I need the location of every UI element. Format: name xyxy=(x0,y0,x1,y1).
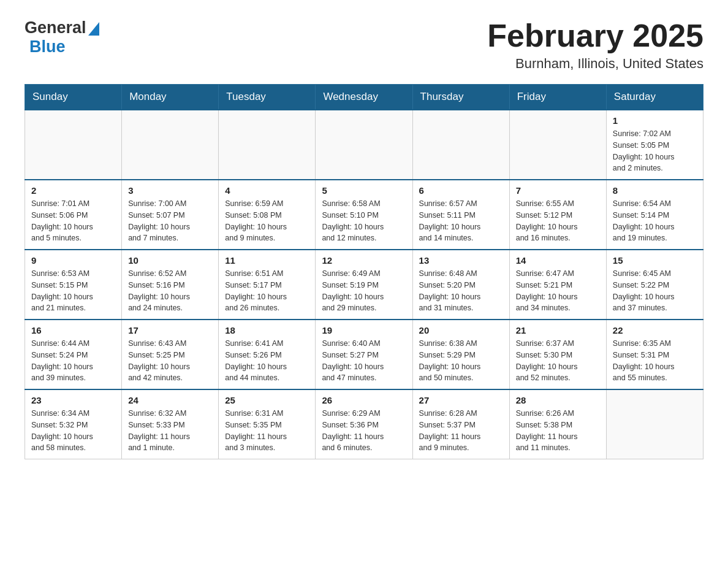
calendar-table: Sunday Monday Tuesday Wednesday Thursday… xyxy=(25,84,703,459)
calendar-cell: 27Sunrise: 6:28 AM Sunset: 5:37 PM Dayli… xyxy=(412,389,509,459)
calendar-cell: 6Sunrise: 6:57 AM Sunset: 5:11 PM Daylig… xyxy=(412,180,509,250)
logo-triangle-icon xyxy=(88,22,99,36)
calendar-cell: 11Sunrise: 6:51 AM Sunset: 5:17 PM Dayli… xyxy=(219,250,316,320)
location-subtitle: Burnham, Illinois, United States xyxy=(487,56,703,72)
calendar-cell: 12Sunrise: 6:49 AM Sunset: 5:19 PM Dayli… xyxy=(316,250,412,320)
calendar-cell: 7Sunrise: 6:55 AM Sunset: 5:12 PM Daylig… xyxy=(509,180,606,250)
day-info: Sunrise: 6:37 AM Sunset: 5:30 PM Dayligh… xyxy=(516,338,600,384)
day-number: 6 xyxy=(419,185,503,196)
calendar-cell: 10Sunrise: 6:52 AM Sunset: 5:16 PM Dayli… xyxy=(122,250,219,320)
calendar-cell: 2Sunrise: 7:01 AM Sunset: 5:06 PM Daylig… xyxy=(25,180,122,250)
day-info: Sunrise: 7:00 AM Sunset: 5:07 PM Dayligh… xyxy=(128,198,212,244)
calendar-cell xyxy=(606,389,703,459)
day-number: 4 xyxy=(225,185,309,196)
day-number: 21 xyxy=(516,325,600,335)
day-info: Sunrise: 6:49 AM Sunset: 5:19 PM Dayligh… xyxy=(322,268,406,314)
calendar-week-row: 9Sunrise: 6:53 AM Sunset: 5:15 PM Daylig… xyxy=(25,250,703,320)
calendar-cell xyxy=(25,110,122,180)
calendar-cell xyxy=(122,110,219,180)
calendar-cell: 4Sunrise: 6:59 AM Sunset: 5:08 PM Daylig… xyxy=(219,180,316,250)
day-number: 27 xyxy=(419,395,503,405)
header-friday: Friday xyxy=(509,85,606,110)
day-number: 8 xyxy=(613,185,697,196)
calendar-cell: 5Sunrise: 6:58 AM Sunset: 5:10 PM Daylig… xyxy=(316,180,412,250)
calendar-cell: 14Sunrise: 6:47 AM Sunset: 5:21 PM Dayli… xyxy=(509,250,606,320)
calendar-cell: 26Sunrise: 6:29 AM Sunset: 5:36 PM Dayli… xyxy=(316,389,412,459)
day-info: Sunrise: 6:35 AM Sunset: 5:31 PM Dayligh… xyxy=(613,338,697,384)
calendar-week-row: 1Sunrise: 7:02 AM Sunset: 5:05 PM Daylig… xyxy=(25,110,703,180)
calendar-cell: 28Sunrise: 6:26 AM Sunset: 5:38 PM Dayli… xyxy=(509,389,606,459)
calendar-cell xyxy=(412,110,509,180)
day-info: Sunrise: 6:59 AM Sunset: 5:08 PM Dayligh… xyxy=(225,198,309,244)
day-info: Sunrise: 7:01 AM Sunset: 5:06 PM Dayligh… xyxy=(31,198,115,244)
calendar-cell: 20Sunrise: 6:38 AM Sunset: 5:29 PM Dayli… xyxy=(412,320,509,389)
day-info: Sunrise: 6:48 AM Sunset: 5:20 PM Dayligh… xyxy=(419,268,503,314)
day-info: Sunrise: 6:44 AM Sunset: 5:24 PM Dayligh… xyxy=(31,338,115,384)
day-info: Sunrise: 6:28 AM Sunset: 5:37 PM Dayligh… xyxy=(419,408,503,454)
calendar-cell: 17Sunrise: 6:43 AM Sunset: 5:25 PM Dayli… xyxy=(122,320,219,389)
calendar-cell xyxy=(219,110,316,180)
day-number: 26 xyxy=(322,395,406,405)
header-monday: Monday xyxy=(122,85,219,110)
logo: General Blue xyxy=(25,18,99,56)
calendar-cell: 24Sunrise: 6:32 AM Sunset: 5:33 PM Dayli… xyxy=(122,389,219,459)
day-number: 11 xyxy=(225,255,309,266)
day-number: 18 xyxy=(225,325,309,335)
day-number: 13 xyxy=(419,255,503,266)
day-number: 28 xyxy=(516,395,600,405)
calendar-cell: 18Sunrise: 6:41 AM Sunset: 5:26 PM Dayli… xyxy=(219,320,316,389)
day-number: 20 xyxy=(419,325,503,335)
day-info: Sunrise: 6:54 AM Sunset: 5:14 PM Dayligh… xyxy=(613,198,697,244)
calendar-cell: 19Sunrise: 6:40 AM Sunset: 5:27 PM Dayli… xyxy=(316,320,412,389)
calendar-cell xyxy=(509,110,606,180)
day-number: 22 xyxy=(613,325,697,335)
month-year-title: February 2025 xyxy=(487,18,703,53)
day-info: Sunrise: 6:55 AM Sunset: 5:12 PM Dayligh… xyxy=(516,198,600,244)
title-area: February 2025 Burnham, Illinois, United … xyxy=(487,18,703,72)
calendar-cell: 3Sunrise: 7:00 AM Sunset: 5:07 PM Daylig… xyxy=(122,180,219,250)
header-thursday: Thursday xyxy=(412,85,509,110)
day-number: 17 xyxy=(128,325,212,335)
calendar-week-row: 23Sunrise: 6:34 AM Sunset: 5:32 PM Dayli… xyxy=(25,389,703,459)
day-info: Sunrise: 6:32 AM Sunset: 5:33 PM Dayligh… xyxy=(128,408,212,454)
day-number: 10 xyxy=(128,255,212,266)
day-number: 24 xyxy=(128,395,212,405)
calendar-cell: 25Sunrise: 6:31 AM Sunset: 5:35 PM Dayli… xyxy=(219,389,316,459)
day-number: 25 xyxy=(225,395,309,405)
day-info: Sunrise: 6:45 AM Sunset: 5:22 PM Dayligh… xyxy=(613,268,697,314)
day-number: 12 xyxy=(322,255,406,266)
calendar-cell: 1Sunrise: 7:02 AM Sunset: 5:05 PM Daylig… xyxy=(606,110,703,180)
day-info: Sunrise: 6:43 AM Sunset: 5:25 PM Dayligh… xyxy=(128,338,212,384)
day-info: Sunrise: 6:47 AM Sunset: 5:21 PM Dayligh… xyxy=(516,268,600,314)
calendar-week-row: 2Sunrise: 7:01 AM Sunset: 5:06 PM Daylig… xyxy=(25,180,703,250)
day-info: Sunrise: 6:52 AM Sunset: 5:16 PM Dayligh… xyxy=(128,268,212,314)
calendar-week-row: 16Sunrise: 6:44 AM Sunset: 5:24 PM Dayli… xyxy=(25,320,703,389)
calendar-header-row: Sunday Monday Tuesday Wednesday Thursday… xyxy=(25,85,703,110)
day-number: 14 xyxy=(516,255,600,266)
calendar-cell xyxy=(316,110,412,180)
day-info: Sunrise: 6:51 AM Sunset: 5:17 PM Dayligh… xyxy=(225,268,309,314)
day-number: 1 xyxy=(613,115,697,126)
day-info: Sunrise: 6:34 AM Sunset: 5:32 PM Dayligh… xyxy=(31,408,115,454)
day-info: Sunrise: 6:38 AM Sunset: 5:29 PM Dayligh… xyxy=(419,338,503,384)
logo-general-text: General xyxy=(25,18,86,37)
calendar-cell: 22Sunrise: 6:35 AM Sunset: 5:31 PM Dayli… xyxy=(606,320,703,389)
day-number: 19 xyxy=(322,325,406,335)
day-number: 3 xyxy=(128,185,212,196)
day-number: 9 xyxy=(31,255,115,266)
calendar-cell: 9Sunrise: 6:53 AM Sunset: 5:15 PM Daylig… xyxy=(25,250,122,320)
header-saturday: Saturday xyxy=(606,85,703,110)
day-info: Sunrise: 6:58 AM Sunset: 5:10 PM Dayligh… xyxy=(322,198,406,244)
day-number: 7 xyxy=(516,185,600,196)
header-wednesday: Wednesday xyxy=(316,85,412,110)
day-number: 5 xyxy=(322,185,406,196)
svg-marker-0 xyxy=(88,22,99,36)
calendar-cell: 23Sunrise: 6:34 AM Sunset: 5:32 PM Dayli… xyxy=(25,389,122,459)
calendar-cell: 21Sunrise: 6:37 AM Sunset: 5:30 PM Dayli… xyxy=(509,320,606,389)
header-tuesday: Tuesday xyxy=(219,85,316,110)
day-info: Sunrise: 6:31 AM Sunset: 5:35 PM Dayligh… xyxy=(225,408,309,454)
day-number: 15 xyxy=(613,255,697,266)
day-info: Sunrise: 6:26 AM Sunset: 5:38 PM Dayligh… xyxy=(516,408,600,454)
day-info: Sunrise: 7:02 AM Sunset: 5:05 PM Dayligh… xyxy=(613,128,697,174)
day-number: 16 xyxy=(31,325,115,335)
